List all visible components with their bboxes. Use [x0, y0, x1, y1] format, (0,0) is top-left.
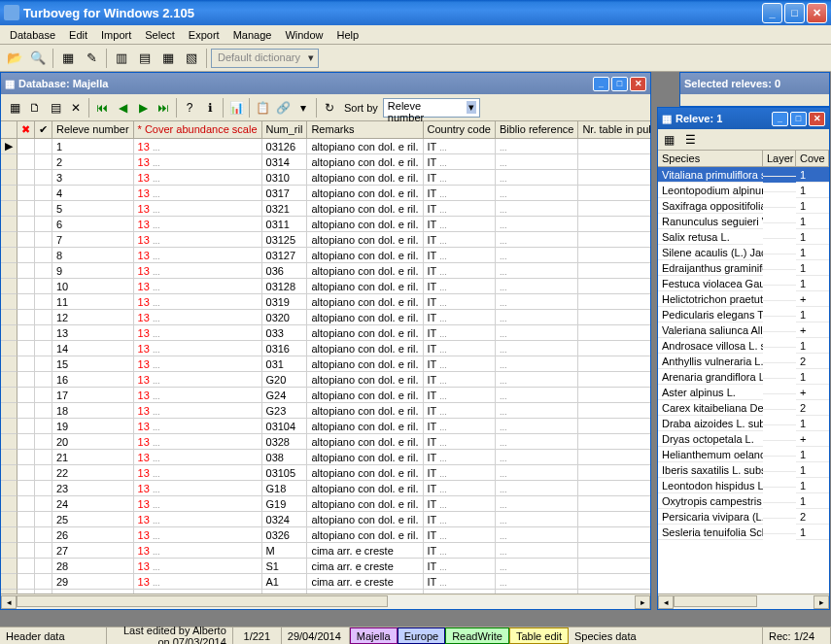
db-hscrollbar[interactable]: ◂ ▸ — [1, 593, 650, 609]
db-tool-3[interactable]: ▤ — [46, 98, 65, 118]
open-icon[interactable]: 📂 — [4, 48, 25, 69]
table-row[interactable]: ▶113 ...03126altopiano con dol. e ril.IT… — [1, 139, 650, 154]
species-row[interactable]: Ranunculus seguieri Vill. subsp. se1 — [658, 214, 829, 229]
rel-scroll-right-icon[interactable]: ▸ — [814, 595, 829, 609]
species-row[interactable]: Vitaliana primuliflora subsp. praetuti1 — [658, 167, 829, 183]
table-row[interactable]: 2413 ...G19altopiano con dol. e ril.IT .… — [1, 496, 650, 512]
table-row[interactable]: 3013 ...0344cima arr. e cresteIT ......0… — [1, 590, 650, 593]
copy-icon[interactable]: 📋 — [253, 98, 272, 118]
close-button[interactable]: ✕ — [807, 3, 827, 23]
add-icon[interactable]: ▦ — [57, 48, 79, 69]
db-minimize-button[interactable]: _ — [593, 77, 609, 91]
table-row[interactable]: 2813 ...S1cima arr. e cresteIT ......001 — [1, 559, 650, 574]
species-row[interactable]: Silene acaulis (L.) Jacq. s.l.1 — [658, 245, 829, 260]
table-row[interactable]: 213 ...0314altopiano con dol. e ril.IT .… — [1, 154, 650, 170]
species-grid[interactable]: Species Layer Cove Vitaliana primuliflor… — [658, 151, 829, 593]
species-row[interactable]: Iberis saxatilis L. subsp. saxatilis1 — [658, 462, 829, 478]
table-row[interactable]: 413 ...0317altopiano con dol. e ril.IT .… — [1, 186, 650, 201]
species-row[interactable]: Salix retusa L.1 — [658, 229, 829, 245]
table-row[interactable]: 1613 ...G20altopiano con dol. e ril.IT .… — [1, 372, 650, 388]
menu-manage[interactable]: Manage — [227, 27, 278, 43]
species-row[interactable]: Oxytropis campestris (L.) DC. subsp1 — [658, 493, 829, 509]
minimize-button[interactable]: _ — [762, 3, 782, 23]
col-layer[interactable]: Layer — [763, 151, 796, 167]
table-row[interactable]: 1413 ...0316altopiano con dol. e ril.IT … — [1, 341, 650, 356]
info-icon[interactable]: ℹ — [200, 98, 220, 118]
table-row[interactable]: 313 ...0310altopiano con dol. e ril.IT .… — [1, 170, 650, 186]
edit-icon[interactable]: ✎ — [81, 48, 102, 69]
db-tool-2[interactable]: 🗋 — [25, 98, 45, 118]
col-releve[interactable]: Releve number — [52, 121, 134, 139]
menu-window[interactable]: Window — [279, 27, 329, 43]
table-row[interactable]: 1713 ...G24altopiano con dol. e ril.IT .… — [1, 388, 650, 403]
rel-scroll-left-icon[interactable]: ◂ — [658, 595, 674, 609]
view1-icon[interactable]: ▥ — [111, 48, 132, 69]
table-row[interactable]: 613 ...0311altopiano con dol. e ril.IT .… — [1, 217, 650, 232]
search-icon[interactable]: 🔍 — [27, 48, 49, 69]
species-row[interactable]: Helictotrichon praetutianum (Parl. e+ — [658, 291, 829, 307]
db-tool-1[interactable]: ▦ — [5, 98, 24, 118]
table-row[interactable]: 2313 ...G18altopiano con dol. e ril.IT .… — [1, 481, 650, 496]
menu-import[interactable]: Import — [95, 27, 137, 43]
species-row[interactable]: Persicaria vivipara (L.) Ronse Decr2 — [658, 509, 829, 525]
species-row[interactable]: Saxifraga oppositifolia L. subsp. op1 — [658, 198, 829, 214]
menu-database[interactable]: Database — [4, 27, 61, 43]
refresh-icon[interactable]: ↻ — [320, 98, 339, 118]
col-x[interactable]: ✖ — [17, 121, 35, 139]
col-v[interactable]: ✔ — [35, 121, 52, 139]
table-row[interactable]: 2513 ...0324altopiano con dol. e ril.IT … — [1, 512, 650, 527]
table-row[interactable]: 1513 ...031altopiano con dol. e ril.IT .… — [1, 356, 650, 372]
species-row[interactable]: Carex kitaibeliana Degen ex Bech.2 — [658, 400, 829, 416]
chart-icon[interactable]: 📊 — [226, 98, 246, 118]
scroll-right-icon[interactable]: ▸ — [635, 595, 650, 609]
table-row[interactable]: 2913 ...A1cima arr. e cresteIT ......001 — [1, 574, 650, 590]
nav-prev-icon[interactable]: ◀ — [113, 98, 132, 118]
dd-icon[interactable]: ▾ — [294, 98, 313, 118]
rel-close-button[interactable]: ✕ — [809, 112, 825, 126]
table-row[interactable]: 1813 ...G23altopiano con dol. e ril.IT .… — [1, 403, 650, 419]
table-row[interactable]: 1013 ...03128altopiano con dol. e ril.IT… — [1, 279, 650, 294]
col-species[interactable]: Species — [658, 151, 763, 167]
table-row[interactable]: 813 ...03127altopiano con dol. e ril.IT … — [1, 248, 650, 263]
db-tool-delete[interactable]: ✕ — [66, 98, 86, 118]
rel-minimize-button[interactable]: _ — [772, 112, 788, 126]
table-row[interactable]: 2113 ...038altopiano con dol. e ril.IT .… — [1, 450, 650, 465]
species-row[interactable]: Androsace villosa L. subsp. villosa1 — [658, 338, 829, 354]
db-close-button[interactable]: ✕ — [630, 77, 646, 91]
col-table[interactable]: Nr. table in publ. — [578, 121, 650, 139]
species-row[interactable]: Sesleria tenuifolia Schrad. subsp. t1 — [658, 525, 829, 540]
view3-icon[interactable]: ▦ — [157, 48, 179, 69]
species-row[interactable]: Arenaria grandiflora L. subsp. grani1 — [658, 369, 829, 385]
col-num[interactable]: Num_ril — [262, 121, 308, 139]
scroll-left-icon[interactable]: ◂ — [1, 595, 17, 609]
table-row[interactable]: 2713 ...Mcima arr. e cresteIT ......001 — [1, 543, 650, 559]
db-maximize-button[interactable]: □ — [611, 77, 628, 91]
view2-icon[interactable]: ▤ — [134, 48, 156, 69]
nav-next-icon[interactable]: ▶ — [133, 98, 153, 118]
col-biblio[interactable]: Biblio reference — [496, 121, 578, 139]
rel-maximize-button[interactable]: □ — [790, 112, 807, 126]
menu-export[interactable]: Export — [183, 27, 225, 43]
species-row[interactable]: Leontopodium alpinum Cass. subsp1 — [658, 183, 829, 198]
rel-grid-icon[interactable]: ▦ — [660, 131, 677, 149]
selected-releves-titlebar[interactable]: Selected releves: 0 — [680, 73, 829, 94]
database-grid[interactable]: ✖✔Releve number* Cover abundance scaleNu… — [1, 121, 650, 593]
table-row[interactable]: 1313 ...033altopiano con dol. e ril.IT .… — [1, 325, 650, 341]
table-row[interactable]: 513 ...0321altopiano con dol. e ril.IT .… — [1, 201, 650, 217]
table-row[interactable]: 1913 ...03104altopiano con dol. e ril.IT… — [1, 419, 650, 434]
species-row[interactable]: Leontodon hispidus L. subsp. hispi1 — [658, 478, 829, 493]
menu-help[interactable]: Help — [331, 27, 365, 43]
species-row[interactable]: Valeriana saliunca All.+ — [658, 322, 829, 338]
menu-edit[interactable]: Edit — [63, 27, 93, 43]
table-row[interactable]: 2213 ...03105altopiano con dol. e ril.IT… — [1, 465, 650, 481]
table-row[interactable]: 713 ...03125altopiano con dol. e ril.IT … — [1, 232, 650, 248]
col-cover[interactable]: * Cover abundance scale — [134, 121, 262, 139]
help-icon[interactable]: ? — [180, 98, 199, 118]
species-row[interactable]: Dryas octopetala L.+ — [658, 431, 829, 447]
menu-select[interactable]: Select — [139, 27, 181, 43]
col-country[interactable]: Country code — [424, 121, 496, 139]
dictionary-dropdown[interactable]: Default dictionary — [211, 49, 319, 68]
table-row[interactable]: 2013 ...0328altopiano con dol. e ril.IT … — [1, 434, 650, 450]
rel-list-icon[interactable]: ☰ — [681, 131, 699, 149]
nav-last-icon[interactable]: ⏭ — [154, 98, 173, 118]
